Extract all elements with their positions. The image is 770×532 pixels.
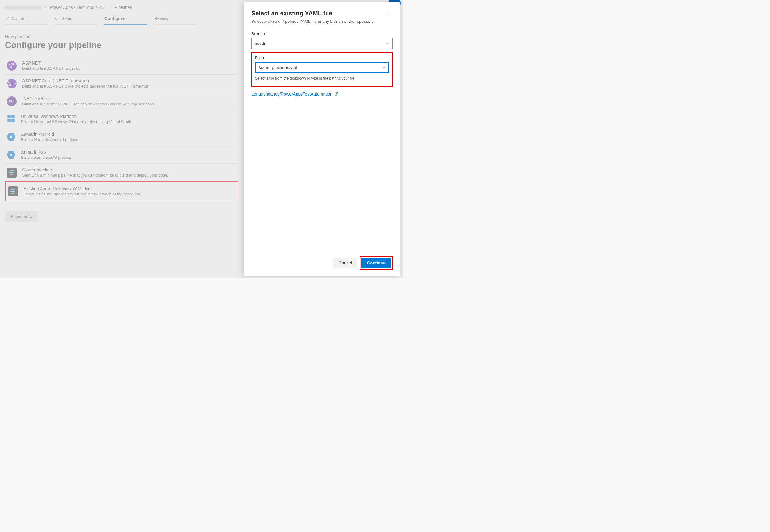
breadcrumb-separator-icon: / (110, 5, 111, 10)
path-label: Path (255, 55, 389, 60)
template-option-xamarin-android[interactable]: X Xamarin.Android Build a Xamarin.Androi… (5, 128, 238, 146)
branch-select[interactable] (251, 38, 393, 49)
netdesktop-icon: .NET (7, 96, 17, 106)
template-option-starter[interactable]: Starter pipeline Start with a minimal pi… (5, 163, 238, 181)
option-desc: Build a Universal Windows Platform proje… (21, 119, 133, 124)
option-title: Universal Windows Platform (21, 114, 133, 119)
step-configure[interactable]: Configure (104, 16, 147, 25)
cancel-button[interactable]: Cancel (333, 258, 357, 268)
step-select[interactable]: Select (55, 16, 98, 25)
path-select[interactable] (255, 62, 389, 73)
option-desc: Build and run tests for .NET Desktop or … (22, 102, 155, 106)
branch-label: Branch (251, 31, 393, 36)
svg-rect-2 (7, 119, 10, 122)
option-desc: Build and test ASP.NET Core projects tar… (22, 84, 150, 88)
svg-rect-3 (11, 119, 14, 122)
option-desc: Build and test ASP.NET projects. (22, 66, 80, 71)
yaml-select-panel: Select an existing YAML file Select an A… (244, 2, 400, 276)
yaml-icon (8, 186, 18, 196)
path-helper-text: Select a file from the dropdown or type … (255, 76, 389, 80)
template-option-netdesktop[interactable]: .NET .NET Desktop Build and run tests fo… (5, 92, 238, 110)
aspnetcore-icon: ASP.NETCore (7, 79, 17, 88)
option-title: ASP.NET (22, 61, 80, 65)
step-connect[interactable]: Connect (5, 16, 48, 25)
option-desc: Start with a minimal pipeline that you c… (22, 173, 168, 178)
windows-icon (7, 114, 15, 124)
external-link-icon (334, 92, 338, 96)
repo-link-text: aengusheaney/PowerAppsTestAutomation (251, 92, 332, 96)
breadcrumb-page[interactable]: Pipelines (115, 5, 132, 10)
panel-description: Select an Azure Pipelines YAML file in a… (251, 19, 374, 25)
option-title: .NET Desktop (22, 96, 155, 101)
option-title: Existing Azure Pipelines YAML file (23, 186, 142, 191)
repository-link[interactable]: aengusheaney/PowerAppsTestAutomation (251, 92, 393, 96)
step-label: Select (61, 16, 73, 21)
breadcrumb-project[interactable]: Power Apps - Test Studio A… (50, 5, 106, 10)
breadcrumb-org[interactable]: aengusheaneymsft (5, 5, 41, 10)
close-icon (387, 11, 392, 16)
highlight-annotation: Existing Azure Pipelines YAML file Selec… (5, 181, 238, 201)
breadcrumb-separator-icon: / (45, 5, 46, 10)
show-more-button[interactable]: Show more (5, 211, 38, 222)
option-desc: Select an Azure Pipelines YAML file in a… (23, 192, 142, 196)
option-title: Starter pipeline (22, 167, 168, 172)
highlight-annotation: Continue (360, 256, 393, 270)
step-label: Configure (104, 16, 125, 21)
template-option-xamarin-ios[interactable]: X Xamarin.iOS Build a Xamarin.iOS projec… (5, 146, 238, 163)
template-option-aspnet[interactable]: ASP.NET ASP.NET Build and test ASP.NET p… (5, 57, 238, 74)
aspnet-icon: ASP.NET (7, 61, 17, 71)
template-option-aspnetcore[interactable]: ASP.NETCore ASP.NET Core (.NET Framework… (5, 74, 238, 92)
step-label: Connect (12, 16, 28, 21)
step-review[interactable]: Review (154, 16, 197, 25)
panel-title: Select an existing YAML file (251, 10, 374, 17)
close-button[interactable] (385, 10, 393, 18)
svg-rect-1 (11, 115, 14, 118)
check-icon (5, 16, 9, 21)
step-label: Review (154, 16, 168, 21)
option-title: Xamarin.Android (21, 132, 78, 137)
pipeline-template-list: ASP.NET ASP.NET Build and test ASP.NET p… (5, 57, 238, 201)
option-desc: Build a Xamarin.Android project. (21, 137, 78, 142)
xamarin-icon: X (7, 151, 15, 159)
svg-rect-0 (7, 115, 10, 118)
continue-button[interactable]: Continue (361, 258, 391, 268)
template-option-existing-yaml[interactable]: Existing Azure Pipelines YAML file Selec… (6, 182, 237, 200)
highlight-annotation: Path Select a file from the dropdown or … (251, 52, 393, 87)
option-title: Xamarin.iOS (21, 150, 71, 155)
yaml-icon (7, 168, 17, 178)
template-option-uwp[interactable]: Universal Windows Platform Build a Unive… (5, 110, 238, 128)
option-title: ASP.NET Core (.NET Framework) (22, 78, 150, 83)
xamarin-icon: X (7, 133, 15, 141)
check-icon (55, 16, 59, 21)
option-desc: Build a Xamarin.iOS project. (21, 155, 71, 160)
